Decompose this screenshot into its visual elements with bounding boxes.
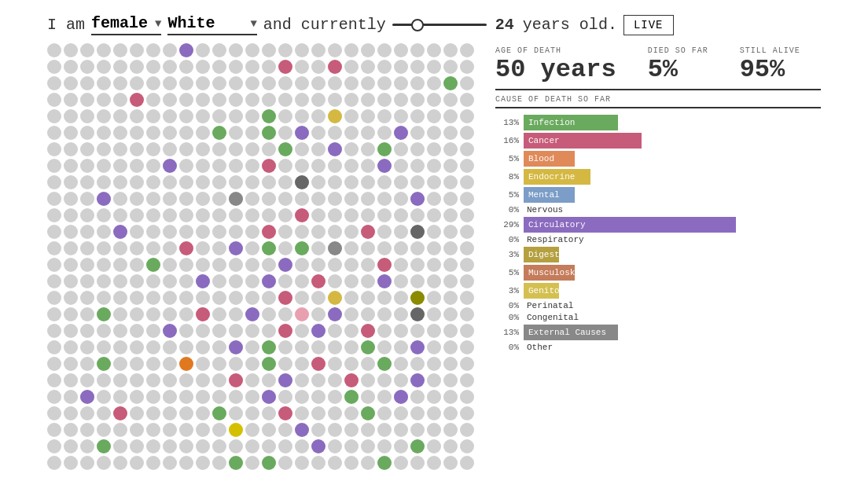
cause-bar-wrap: Endocrine xyxy=(524,169,821,185)
dot xyxy=(295,406,309,420)
connector-text: and currently xyxy=(263,16,386,34)
dot xyxy=(179,456,193,470)
dot xyxy=(427,258,441,272)
dot xyxy=(295,109,309,123)
dot xyxy=(443,126,458,140)
cause-bar-wrap: Circulatory xyxy=(524,217,821,233)
dot xyxy=(229,225,243,239)
cause-bar-wrap: Respiratory xyxy=(524,235,821,244)
dot xyxy=(146,159,160,173)
dot xyxy=(64,43,78,57)
dot xyxy=(460,208,474,222)
dot xyxy=(328,126,342,140)
dot xyxy=(64,192,78,206)
dot xyxy=(179,43,193,57)
dot xyxy=(97,192,111,206)
dot xyxy=(80,43,94,57)
gender-select[interactable]: female male xyxy=(91,14,152,32)
dot xyxy=(130,357,144,371)
dot xyxy=(427,274,441,288)
dot xyxy=(229,258,243,272)
gender-dropdown-wrapper[interactable]: female male ▼ xyxy=(91,14,161,35)
dot xyxy=(64,225,78,239)
stats-panel: AGE OF DEATH 50 years DIED SO FAR 5% STI… xyxy=(495,43,821,471)
dot xyxy=(278,76,292,90)
dot xyxy=(146,307,160,321)
dot xyxy=(410,43,425,57)
live-button[interactable]: LIVE xyxy=(623,15,674,35)
dot xyxy=(163,291,177,305)
dot xyxy=(278,109,292,123)
dot xyxy=(245,43,259,57)
dot xyxy=(361,93,375,107)
dot xyxy=(278,258,292,272)
dot xyxy=(196,357,210,371)
dot xyxy=(113,456,127,470)
dot xyxy=(344,390,359,404)
dot xyxy=(443,225,458,239)
dot xyxy=(196,60,210,74)
dot xyxy=(361,406,375,420)
dot xyxy=(295,159,309,173)
dot xyxy=(344,192,359,206)
dot xyxy=(196,456,210,470)
dot xyxy=(97,390,111,404)
dot xyxy=(130,324,144,338)
dot xyxy=(460,109,474,123)
dot xyxy=(278,439,292,453)
cause-bar: External Causes xyxy=(524,325,618,340)
dot xyxy=(278,225,292,239)
race-select[interactable]: White Black Hispanic Asian xyxy=(167,14,247,32)
dot xyxy=(410,192,425,206)
dot xyxy=(97,208,111,222)
dot xyxy=(377,225,392,239)
dot xyxy=(212,60,226,74)
dot xyxy=(179,423,193,437)
dot xyxy=(394,357,408,371)
dot xyxy=(361,43,375,57)
cause-pct: 0% xyxy=(495,313,519,322)
dot xyxy=(179,60,193,74)
dot xyxy=(163,307,177,321)
dot xyxy=(328,192,342,206)
dot xyxy=(212,241,226,255)
dot xyxy=(196,142,210,156)
dot xyxy=(245,357,259,371)
dot xyxy=(410,423,425,437)
dot xyxy=(163,423,177,437)
dot xyxy=(278,241,292,255)
dot xyxy=(245,142,259,156)
gender-dropdown-arrow: ▼ xyxy=(155,17,161,30)
dot xyxy=(328,291,342,305)
dot xyxy=(196,225,210,239)
dot xyxy=(196,274,210,288)
dot xyxy=(163,340,177,354)
dot xyxy=(410,241,425,255)
dot xyxy=(97,406,111,420)
dot xyxy=(295,357,309,371)
dot xyxy=(394,390,408,404)
dot xyxy=(377,390,392,404)
dot xyxy=(328,456,342,470)
dot xyxy=(130,456,144,470)
dot xyxy=(196,291,210,305)
dot xyxy=(163,93,177,107)
dot xyxy=(311,340,326,354)
dot xyxy=(163,456,177,470)
dot xyxy=(410,390,425,404)
dot xyxy=(47,159,61,173)
dot xyxy=(245,192,259,206)
dot xyxy=(311,274,326,288)
dot xyxy=(295,60,309,74)
dot xyxy=(196,126,210,140)
dot xyxy=(361,175,375,189)
dot xyxy=(97,373,111,387)
dot xyxy=(460,60,474,74)
age-slider[interactable] xyxy=(392,24,487,26)
dot xyxy=(344,43,359,57)
race-dropdown-wrapper[interactable]: White Black Hispanic Asian ▼ xyxy=(167,14,256,35)
dot xyxy=(179,109,193,123)
cause-label: Other xyxy=(524,343,553,352)
dot xyxy=(262,439,276,453)
dot xyxy=(344,456,359,470)
